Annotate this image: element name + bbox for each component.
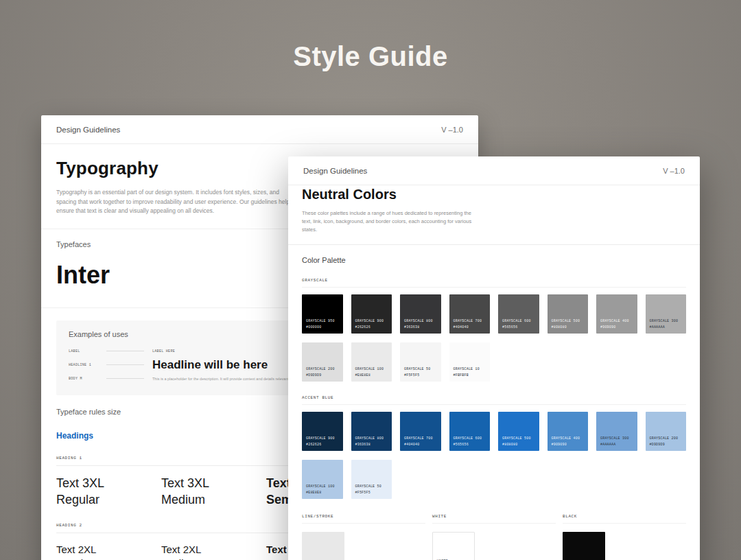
swatch-name: GRAYSCALE 50 (404, 366, 430, 373)
swatch-hex: #909090 (552, 442, 580, 448)
neutral-colors-panel: Design Guidelines V –1.0 Neutral Colors … (288, 156, 700, 560)
swatch-label: GRAYSCALE 600#565656 (454, 436, 482, 447)
swatch-group-label: ACCENT BLUE (302, 395, 686, 400)
swatch-label: GRAYSCALE 950#000000 (306, 318, 335, 330)
swatch-label: GRAYSCALE 100#E8E8E8 (355, 366, 384, 378)
swatch-label: GRAYSCALE 10#FBFBFB (454, 366, 480, 378)
divider (302, 287, 686, 288)
swatch-label: GRAYSCALE 300#AAAAAA (600, 436, 629, 447)
doc-label: Design Guidelines (56, 126, 120, 134)
swatch-name: GRAYSCALE 800 (355, 436, 384, 442)
doc-version: V –1.0 (441, 126, 463, 134)
type-specimen-size: Text 2XL (56, 543, 161, 557)
swatch-group: GRAYSCALEGRAYSCALE 950#000000GRAYSCALE 9… (302, 278, 686, 382)
swatch-hex: #909090 (600, 325, 629, 331)
swatch-hex: #D9D9D9 (306, 373, 335, 379)
example-row-label: HEADLINE 1 (69, 363, 106, 367)
swatch-label: GRAYSCALE 500#808080 (552, 318, 580, 330)
bottom-group-label: BLACK (563, 514, 686, 519)
bottom-color-group: BLACKBLACK#010101 (563, 514, 686, 560)
swatch-name: GRAYSCALE 200 (306, 366, 335, 373)
swatch-hex: #E8E8E8 (306, 490, 335, 496)
swatch-label: GRAYSCALE 200#D9D9D9 (650, 436, 679, 447)
example-row-rule (106, 351, 144, 351)
swatch-hex: #262626 (306, 442, 335, 448)
swatch-label: GRAYSCALE 800#363638 (404, 318, 433, 330)
swatch-name: GRAYSCALE 600 (454, 436, 482, 442)
swatch-label: GRAYSCALE 700#404040 (404, 436, 433, 447)
swatch-name: GRAYSCALE 100 (306, 484, 335, 490)
divider (302, 523, 425, 524)
bottom-group-label: WHITE (432, 514, 556, 519)
divider (432, 523, 556, 524)
bottom-color-group: LINE/STROKEGRAYSCALE 100#E8E8E8 (302, 514, 425, 560)
swatch-label: GRAYSCALE 500#808080 (502, 436, 531, 447)
type-specimen: Text 3XLMedium (161, 476, 266, 509)
style-guide-page: Style Guide Design Guidelines V –1.0 Typ… (0, 0, 741, 560)
swatch-hex: #F5F5F5 (355, 490, 381, 496)
bottom-color-group: WHITEWHITE#FFFFFF (432, 514, 556, 560)
swatch-name: GRAYSCALE 900 (306, 436, 335, 442)
colors-panel-header: Design Guidelines V –1.0 (288, 156, 700, 185)
swatch-hex: #808080 (552, 325, 580, 331)
swatch-name: GRAYSCALE 950 (306, 318, 335, 325)
example-row-rule (106, 378, 144, 379)
swatch-name: GRAYSCALE 800 (404, 318, 433, 325)
color-swatch: GRAYSCALE 950#000000 (302, 294, 343, 334)
swatch-label: GRAYSCALE 100#E8E8E8 (306, 484, 335, 495)
type-specimen-weight: Regular (56, 557, 161, 560)
swatch-hex: #E8E8E8 (355, 373, 384, 379)
swatch-hex: #565656 (454, 442, 482, 448)
example-row-label: LABEL (69, 349, 106, 353)
colors-intro: Neutral Colors These color palettes incl… (288, 185, 700, 234)
color-swatch: GRAYSCALE 200#D9D9D9 (646, 412, 687, 451)
swatch-hex: #404040 (454, 325, 482, 331)
color-swatch: GRAYSCALE 800#363638 (400, 294, 441, 334)
swatch-hex: #000000 (306, 325, 335, 331)
swatch-hex: #FBFBFB (454, 373, 480, 379)
swatch-label: GRAYSCALE 900#262626 (355, 318, 384, 330)
divider (563, 523, 686, 524)
type-specimen: Text 2XLMedium (161, 543, 266, 560)
color-swatch: GRAYSCALE 900#262626 (302, 412, 343, 451)
swatch-hex: #363638 (355, 442, 384, 448)
swatch-name: GRAYSCALE 500 (502, 436, 531, 442)
color-swatch: GRAYSCALE 400#909090 (548, 412, 589, 451)
color-swatch: GRAYSCALE 900#262626 (351, 294, 392, 334)
swatch-label: GRAYSCALE 700#404040 (454, 318, 482, 330)
type-specimen-size: Text 3XL (56, 476, 161, 492)
swatch-group: ACCENT BLUEGRAYSCALE 900#262626GRAYSCALE… (302, 395, 686, 499)
color-swatch: GRAYSCALE 400#909090 (596, 294, 637, 334)
swatch-label: GRAYSCALE 800#363638 (355, 436, 384, 447)
color-swatch: BLACK#010101 (563, 532, 605, 560)
swatch-name: GRAYSCALE 300 (600, 436, 629, 442)
color-swatch: GRAYSCALE 100#E8E8E8 (302, 460, 343, 499)
color-swatch: GRAYSCALE 10#FBFBFB (449, 342, 491, 382)
type-specimen-weight: Medium (161, 492, 266, 509)
colors-title: Neutral Colors (302, 187, 686, 202)
swatch-name: GRAYSCALE 400 (552, 436, 580, 442)
swatch-name: GRAYSCALE 100 (355, 366, 384, 373)
color-swatch: GRAYSCALE 700#404040 (449, 294, 491, 334)
swatch-name: GRAYSCALE 300 (650, 318, 679, 325)
typography-panel-header: Design Guidelines V –1.0 (41, 115, 478, 144)
type-specimen-size: Text 3XL (161, 476, 266, 492)
swatch-name: GRAYSCALE 500 (552, 318, 580, 325)
swatch-grid: GRAYSCALE 900#262626GRAYSCALE 800#363638… (302, 412, 686, 499)
color-swatch: GRAYSCALE 500#808080 (498, 412, 539, 451)
type-specimen-weight: Medium (161, 557, 266, 560)
doc-label: Design Guidelines (303, 167, 367, 175)
color-swatch: GRAYSCALE 300#AAAAAA (646, 294, 687, 334)
example-row-content: Headline will be here (152, 358, 268, 372)
swatch-label: GRAYSCALE 400#909090 (600, 318, 629, 330)
typography-description: Typography is an essential part of our d… (56, 188, 300, 216)
swatch-hex: #AAAAAA (600, 442, 629, 448)
colors-description: These color palettes include a range of … (302, 209, 480, 234)
swatch-label: GRAYSCALE 400#909090 (552, 436, 580, 447)
swatch-name: GRAYSCALE 900 (355, 318, 384, 325)
example-row-label: BODY M (69, 377, 106, 381)
color-swatch: GRAYSCALE 800#363638 (351, 412, 392, 451)
bottom-group-label: LINE/STROKE (302, 514, 425, 519)
color-swatch: GRAYSCALE 600#565656 (498, 294, 539, 334)
swatch-name: GRAYSCALE 700 (404, 436, 433, 442)
